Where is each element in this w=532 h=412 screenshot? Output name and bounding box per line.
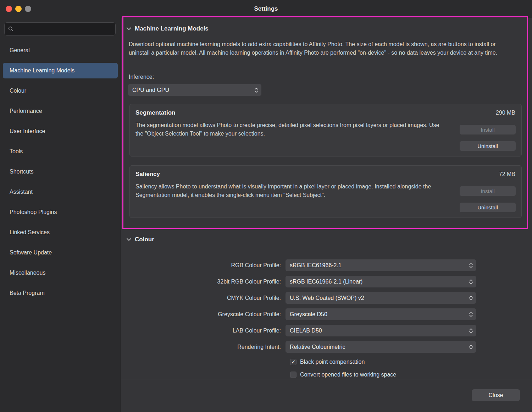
segmentation-uninstall-button[interactable]: Uninstall (460, 141, 516, 151)
sidebar-item-miscellaneous[interactable]: Miscellaneous (3, 265, 118, 281)
sidebar-item-tools[interactable]: Tools (3, 144, 118, 159)
greyscale-profile-row: Greyscale Colour Profile: Greyscale D50 (121, 308, 476, 320)
saliency-uninstall-button[interactable]: Uninstall (460, 203, 516, 212)
colour-checkboxes: Black point compensation Convert opened … (290, 357, 396, 383)
rgb32-profile-label: 32bit RGB Colour Profile: (121, 279, 286, 285)
cmyk-profile-label: CMYK Colour Profile: (121, 295, 286, 301)
model-name: Saliency (135, 171, 516, 178)
sidebar-item-shortcuts[interactable]: Shortcuts (3, 164, 118, 180)
model-size: 290 MB (496, 110, 515, 116)
saliency-install-button[interactable]: Install (460, 186, 516, 196)
black-point-compensation-row[interactable]: Black point compensation (290, 357, 396, 366)
sidebar-item-performance[interactable]: Performance (3, 103, 118, 119)
cmyk-profile-select[interactable]: U.S. Web Coated (SWOP) v2 (286, 292, 476, 304)
greyscale-profile-value: Greyscale D50 (290, 311, 327, 318)
updown-chevrons-icon (469, 345, 473, 350)
titlebar: Settings (0, 0, 532, 18)
search-input[interactable] (16, 26, 105, 32)
rgb32-profile-select[interactable]: sRGB IEC61966-2.1 (Linear) (286, 276, 476, 287)
model-card-saliency: Saliency 72 MB Saliency allows Photo to … (129, 165, 522, 218)
rendering-intent-value: Relative Colourimetric (290, 344, 345, 350)
sidebar-item-beta-program[interactable]: Beta Program (3, 285, 118, 301)
convert-opened-files-checkbox[interactable] (290, 372, 297, 378)
convert-opened-files-label: Convert opened files to working space (300, 372, 396, 378)
rgb-profile-value: sRGB IEC61966-2.1 (290, 262, 342, 269)
greyscale-profile-select[interactable]: Greyscale D50 (286, 308, 476, 320)
model-description: The segmentation model allows Photo to c… (135, 121, 446, 138)
colour-section-header[interactable]: Colour (127, 236, 154, 243)
lab-profile-label: LAB Colour Profile: (121, 328, 286, 334)
close-window-button[interactable] (6, 6, 12, 12)
cmyk-profile-value: U.S. Web Coated (SWOP) v2 (290, 295, 364, 301)
close-button[interactable]: Close (472, 389, 520, 401)
settings-sidebar: General Machine Learning Models Colour P… (0, 18, 121, 412)
rgb32-profile-row: 32bit RGB Colour Profile: sRGB IEC61966-… (121, 276, 476, 287)
inference-label: Inference: (129, 74, 154, 80)
search-icon (8, 26, 13, 32)
model-size: 72 MB (499, 171, 515, 177)
sidebar-item-colour[interactable]: Colour (3, 83, 118, 99)
colour-profile-rows: RGB Colour Profile: sRGB IEC61966-2.1 32… (121, 259, 476, 357)
model-description: Saliency allows Photo to understand what… (135, 182, 446, 199)
rgb-profile-select[interactable]: sRGB IEC61966-2.1 (286, 259, 476, 271)
updown-chevrons-icon (469, 263, 473, 268)
model-card-segmentation: Segmentation 290 MB The segmentation mod… (129, 104, 522, 156)
ml-section-description: Download optional machine learning model… (129, 40, 517, 57)
inference-selected-value: CPU and GPU (132, 87, 169, 93)
lab-profile-value: CIELAB D50 (290, 328, 322, 334)
model-name: Segmentation (135, 109, 516, 116)
rgb32-profile-value: sRGB IEC61966-2.1 (Linear) (290, 279, 362, 285)
settings-window: Settings General Machine Learning Models… (0, 0, 532, 412)
sidebar-item-general[interactable]: General (3, 43, 118, 58)
rendering-intent-label: Rendering Intent: (121, 344, 286, 350)
window-title: Settings (254, 5, 278, 12)
settings-content: Machine Learning Models Download optiona… (121, 18, 532, 412)
sidebar-item-photoshop-plugins[interactable]: Photoshop Plugins (3, 204, 118, 220)
convert-opened-files-row[interactable]: Convert opened files to working space (290, 370, 396, 379)
footer-divider (121, 380, 532, 380)
greyscale-profile-label: Greyscale Colour Profile: (121, 311, 286, 318)
sidebar-item-assistant[interactable]: Assistant (3, 184, 118, 200)
lab-profile-row: LAB Colour Profile: CIELAB D50 (121, 325, 476, 336)
window-controls (6, 6, 31, 12)
rgb-profile-label: RGB Colour Profile: (121, 262, 286, 269)
lab-profile-select[interactable]: CIELAB D50 (286, 325, 476, 336)
rendering-intent-row: Rendering Intent: Relative Colourimetric (121, 341, 476, 353)
inference-select[interactable]: CPU and GPU (128, 84, 261, 96)
sidebar-item-machine-learning-models[interactable]: Machine Learning Models (3, 63, 118, 78)
updown-chevrons-icon (469, 279, 473, 284)
rendering-intent-select[interactable]: Relative Colourimetric (286, 341, 476, 353)
colour-section-title: Colour (135, 236, 154, 243)
segmentation-install-button[interactable]: Install (460, 125, 516, 134)
sidebar-item-software-update[interactable]: Software Update (3, 245, 118, 260)
black-point-compensation-label: Black point compensation (300, 359, 365, 365)
updown-chevrons-icon (469, 328, 473, 333)
sidebar-item-user-interface[interactable]: User Interface (3, 123, 118, 139)
minimize-window-button[interactable] (15, 6, 22, 12)
chevron-down-icon (127, 238, 131, 241)
sidebar-nav: General Machine Learning Models Colour P… (0, 43, 121, 306)
sidebar-item-linked-services[interactable]: Linked Services (3, 225, 118, 240)
zoom-window-button (25, 6, 31, 12)
ml-section-title: Machine Learning Models (135, 25, 209, 32)
cmyk-profile-row: CMYK Colour Profile: U.S. Web Coated (SW… (121, 292, 476, 304)
black-point-compensation-checkbox[interactable] (290, 359, 297, 365)
chevron-down-icon (127, 27, 131, 30)
updown-chevrons-icon (255, 88, 258, 93)
rgb-profile-row: RGB Colour Profile: sRGB IEC61966-2.1 (121, 259, 476, 271)
search-field[interactable] (4, 22, 116, 35)
ml-section-header[interactable]: Machine Learning Models (127, 25, 209, 32)
updown-chevrons-icon (469, 312, 473, 317)
updown-chevrons-icon (469, 296, 473, 301)
